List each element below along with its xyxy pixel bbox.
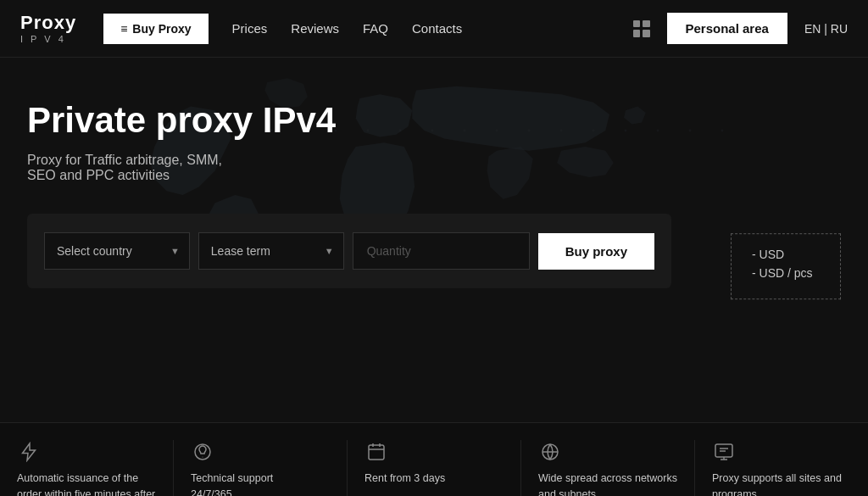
feature-sites: Proxy supports all sites and programs (695, 440, 868, 496)
nav-contacts-link[interactable]: Contacts (412, 21, 462, 36)
feature-auto-issuance-text: Automatic issuance of the order within f… (17, 471, 156, 496)
logo-proxy: Proxy (20, 13, 76, 33)
country-select[interactable]: Select country (44, 232, 190, 270)
calendar-icon (364, 440, 388, 464)
hero-title: Private proxy IPv4 (27, 100, 841, 141)
svg-rect-20 (369, 445, 384, 460)
price-per-piece: - USD / pcs (752, 266, 820, 280)
feature-sites-text: Proxy supports all sites and programs (712, 471, 851, 496)
logo: Proxy I P V 4 (20, 13, 76, 43)
price-box: - USD - USD / pcs (731, 233, 841, 299)
lightning-icon (17, 440, 41, 464)
lease-term-select-wrapper: Lease term ▼ (198, 232, 344, 270)
logo-ipv4: I P V 4 (20, 34, 76, 44)
personal-area-button[interactable]: Personal area (667, 13, 787, 44)
navbar: Proxy I P V 4 ≡ Buy Proxy Prices Reviews… (0, 0, 868, 58)
nav-buy-proxy-button[interactable]: ≡ Buy Proxy (103, 14, 208, 44)
lease-term-select[interactable]: Lease term (198, 232, 344, 270)
nav-right: Personal area EN | RU (633, 13, 849, 44)
nav-prices-link[interactable]: Prices (232, 21, 268, 36)
svg-point-19 (203, 457, 203, 458)
grid-icon[interactable] (633, 20, 650, 37)
globe-icon (712, 440, 736, 464)
network-icon (538, 440, 562, 464)
feature-network-text: Wide spread across networks and subnets (538, 471, 677, 496)
proxy-order-form: Select country ▼ Lease term ▼ Buy proxy (27, 214, 671, 288)
feature-auto-issuance: Automatic issuance of the order within f… (0, 440, 174, 496)
feature-rent-text: Rent from 3 days (364, 471, 504, 487)
hero-section: Private proxy IPv4 Proxy for Traffic arb… (0, 58, 868, 422)
nav-links: Prices Reviews FAQ Contacts (232, 21, 633, 36)
country-select-wrapper: Select country ▼ (44, 232, 190, 270)
features-bar: Automatic issuance of the order within f… (0, 422, 868, 496)
nav-faq-link[interactable]: FAQ (363, 21, 388, 36)
price-total: - USD (752, 248, 820, 261)
buy-proxy-button[interactable]: Buy proxy (538, 233, 654, 270)
hero-content: Private proxy IPv4 Proxy for Traffic arb… (27, 100, 841, 288)
feature-rent: Rent from 3 days (348, 440, 521, 496)
feature-support-text: Technical support24/7/365 (191, 471, 330, 496)
feature-network: Wide spread across networks and subnets (521, 440, 695, 496)
language-switcher[interactable]: EN | RU (804, 22, 848, 36)
support-icon (191, 440, 214, 464)
nav-reviews-link[interactable]: Reviews (291, 21, 339, 36)
hamburger-icon: ≡ (120, 22, 127, 36)
quantity-input[interactable] (353, 232, 530, 270)
feature-support: Technical support24/7/365 (174, 440, 348, 496)
hero-subtitle: Proxy for Traffic arbitrage, SMM,SEO and… (27, 153, 841, 183)
